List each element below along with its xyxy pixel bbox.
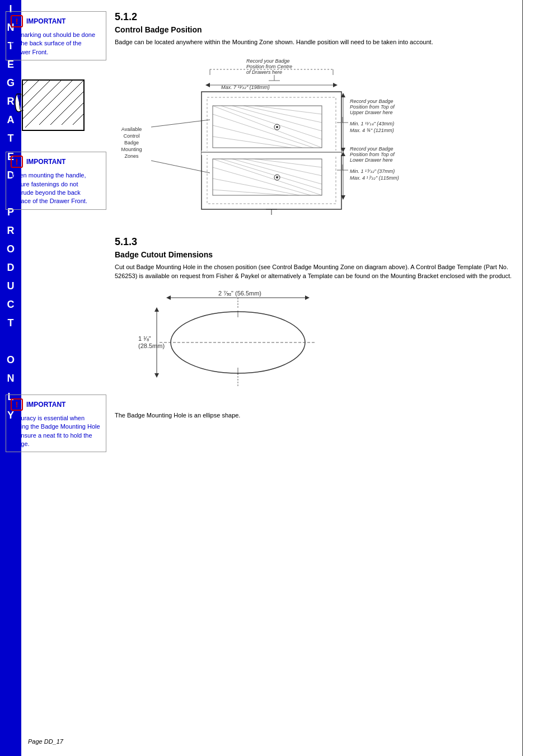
svg-text:Min. 1 ¹⁵⁄₃₂" (37mm): Min. 1 ¹⁵⁄₃₂" (37mm) [350,168,395,174]
main-content: ! IMPORTANT All marking out should be do… [0,0,534,756]
section-513-number: 5.1.3 [115,236,517,248]
svg-text:Upper Drawer here: Upper Drawer here [350,110,393,115]
svg-marker-84 [305,295,310,300]
svg-marker-83 [166,295,171,300]
cutout-diagram: 2 ⁷⁄₃₂" (56.5mm) 1 ¹⁄₈" (28.5mm) [137,287,517,400]
important-text-3: Accuracy is essential when cutting the B… [11,414,101,449]
svg-text:Max. 4 ¹⁷⁄₃₂" (115mm): Max. 4 ¹⁷⁄₃₂" (115mm) [350,175,399,181]
exclamation-icon-1: ! [11,15,23,27]
section-512-text: Badge can be located anywhere within the… [115,37,517,47]
important-box-2: ! IMPORTANT When mounting the handle, en… [6,152,106,210]
exclamation-icon-3: ! [11,398,23,411]
svg-text:Record your Badge: Record your Badge [350,146,394,152]
important-label-1: IMPORTANT [26,17,65,25]
svg-text:Position from Top of: Position from Top of [350,152,395,157]
page-footer: Page DD_17 [28,738,63,745]
important-label-2: IMPORTANT [26,158,65,166]
svg-line-46 [255,159,322,167]
svg-text:Max. 4 ¾" (121mm): Max. 4 ¾" (121mm) [350,128,394,133]
important-header-1: ! IMPORTANT [11,15,101,27]
drawer-illustration [11,69,104,143]
important-text-1: All marking out should be done on the ba… [11,31,101,57]
section-512-number: 5.1.2 [115,11,517,23]
svg-text:2 ⁷⁄₃₂" (56.5mm): 2 ⁷⁄₃₂" (56.5mm) [218,290,261,297]
drawer-svg [11,69,95,142]
important-box-3: ! IMPORTANT Accuracy is essential when c… [6,395,106,453]
svg-text:Record your Badge: Record your Badge [350,98,394,104]
mounting-svg: Record your Badge Position from Centre o… [115,53,439,218]
svg-text:Mounting: Mounting [121,147,142,152]
svg-text:Badge: Badge [124,140,139,145]
svg-line-34 [213,125,302,148]
section-513-text: Cut out Badge Mounting Hole in the chose… [115,262,517,281]
svg-text:Max. 7 ¹³⁄₃₂" (198mm): Max. 7 ¹³⁄₃₂" (198mm) [221,84,270,90]
svg-text:of Drawers here: of Drawers here [246,69,282,75]
svg-point-52 [276,176,278,179]
section-513: 5.1.3 Badge Cutout Dimensions Cut out Ba… [115,236,517,281]
svg-text:(28.5mm): (28.5mm) [138,342,165,349]
important-label-3: IMPORTANT [26,401,65,408]
section-512: 5.1.2 Control Badge Position Badge can b… [115,11,517,47]
svg-text:Available: Available [121,126,142,132]
important-header-2: ! IMPORTANT [11,156,101,168]
svg-text:Zones: Zones [124,153,139,159]
svg-text:Min. 1 ¹¹⁄₁₆" (43mm): Min. 1 ¹¹⁄₁₆" (43mm) [350,121,394,126]
ellipse-note-text: The Badge Mounting Hole is an ellipse sh… [115,412,240,419]
svg-line-50 [213,190,288,195]
right-border [522,0,523,756]
svg-marker-90 [154,307,159,312]
svg-line-31 [255,106,322,114]
important-text-2: When mounting the handle, ensure fasteni… [11,171,101,206]
svg-line-42 [213,159,322,195]
mounting-zone-diagram: Record your Badge Position from Centre o… [115,53,517,219]
svg-text:1 ¹⁄₈": 1 ¹⁄₈" [138,335,151,342]
svg-line-28 [221,106,322,139]
svg-text:Record your Badge: Record your Badge [246,58,290,64]
section-513-title: Badge Cutout Dimensions [115,250,517,259]
svg-line-33 [213,114,313,148]
exclamation-icon-2: ! [11,156,23,168]
svg-text:Position from Centre: Position from Centre [246,64,292,69]
svg-text:Lower Drawer here: Lower Drawer here [350,157,393,163]
svg-text:Position from Top of: Position from Top of [350,104,395,110]
svg-rect-38 [202,151,341,155]
cutout-svg: 2 ⁷⁄₃₂" (56.5mm) 1 ¹⁄₈" (28.5mm) [137,287,350,398]
ellipse-note: The Badge Mounting Hole is an ellipse sh… [115,411,517,419]
left-column: ! IMPORTANT All marking out should be do… [6,11,109,458]
page-number: Page DD_17 [28,738,63,745]
important-header-3: ! IMPORTANT [11,398,101,411]
section-512-title: Control Badge Position [115,25,517,34]
svg-marker-22 [333,83,338,87]
svg-point-37 [276,126,278,128]
svg-marker-21 [205,83,210,87]
svg-marker-91 [154,373,159,378]
right-column: 5.1.2 Control Badge Position Badge can b… [115,11,517,458]
important-box-1: ! IMPORTANT All marking out should be do… [6,11,106,60]
svg-text:Control: Control [123,133,139,139]
